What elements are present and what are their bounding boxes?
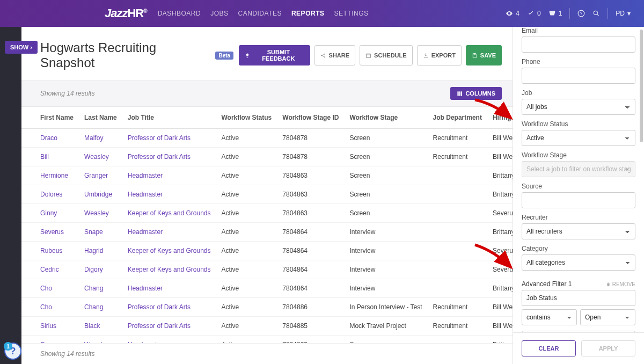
cell-first[interactable]: Severus: [21, 223, 79, 242]
show-tab[interactable]: SHOW›: [5, 41, 38, 54]
link-last[interactable]: Weasley: [84, 209, 109, 217]
inbox-indicator[interactable]: 1: [548, 10, 562, 17]
link-last[interactable]: Granger: [84, 172, 108, 179]
cell-job[interactable]: Keeper of Keys and Grounds: [122, 204, 216, 223]
nav-link-dashboard[interactable]: DASHBOARD: [158, 10, 201, 17]
link-last[interactable]: Umbridge: [84, 191, 112, 198]
help-link[interactable]: ?: [577, 10, 585, 17]
cell-first[interactable]: Cedric: [21, 260, 79, 279]
phone-input[interactable]: [522, 68, 635, 84]
column-header[interactable]: Workflow Stage: [344, 107, 427, 129]
link-job[interactable]: Headmaster: [128, 191, 163, 198]
cell-job[interactable]: Professor of Dark Arts: [122, 298, 216, 317]
brand-logo[interactable]: JazzHR®: [105, 6, 147, 20]
cell-job[interactable]: Headmaster: [122, 336, 216, 344]
link-first[interactable]: Hermione: [40, 172, 68, 179]
advanced-filter-field[interactable]: [522, 290, 635, 306]
cell-first[interactable]: Cho: [21, 279, 79, 298]
schedule-button[interactable]: SCHEDULE: [360, 45, 413, 65]
column-header[interactable]: Job Department: [428, 107, 487, 129]
nav-link-candidates[interactable]: CANDIDATES: [238, 10, 282, 17]
cell-job[interactable]: Headmaster: [122, 166, 216, 185]
cell-job[interactable]: Professor of Dark Arts: [122, 129, 216, 148]
workflow-stage-select[interactable]: Select a job to filter on workflow stage: [522, 161, 635, 177]
cell-first[interactable]: Draco: [21, 129, 79, 148]
nav-link-reports[interactable]: REPORTS: [291, 10, 325, 17]
cell-job[interactable]: Keeper of Keys and Grounds: [122, 242, 216, 260]
column-header[interactable]: Last Name: [79, 107, 122, 129]
link-job[interactable]: Headmaster: [128, 172, 163, 179]
submit-feedback-button[interactable]: SUBMIT FEEDBACK: [239, 45, 310, 65]
advanced-filter-value[interactable]: Open: [580, 309, 635, 325]
cell-last[interactable]: Chang: [79, 279, 122, 298]
remove-advanced-filter[interactable]: REMOVE: [606, 281, 635, 287]
category-select[interactable]: All categories: [522, 254, 635, 271]
link-job[interactable]: Keeper of Keys and Grounds: [128, 266, 211, 273]
link-job[interactable]: Keeper of Keys and Grounds: [128, 209, 211, 217]
cell-job[interactable]: Professor of Dark Arts: [122, 148, 216, 166]
nav-link-jobs[interactable]: JOBS: [210, 10, 228, 17]
export-button[interactable]: EXPORT: [417, 45, 462, 65]
link-first[interactable]: Draco: [40, 134, 57, 142]
tasks-indicator[interactable]: 0: [527, 10, 541, 17]
link-first[interactable]: Ginny: [40, 209, 57, 217]
link-last[interactable]: Digory: [84, 266, 103, 273]
apply-button[interactable]: APPLY: [581, 340, 635, 356]
link-last[interactable]: Weasley: [84, 153, 109, 161]
column-header[interactable]: First Name: [21, 107, 79, 129]
link-first[interactable]: Dolores: [40, 191, 62, 198]
link-last[interactable]: Chang: [84, 303, 103, 311]
link-first[interactable]: Bill: [40, 153, 49, 161]
link-job[interactable]: Headmaster: [128, 285, 163, 292]
link-job[interactable]: Professor of Dark Arts: [128, 303, 191, 311]
column-header[interactable]: Job Title: [122, 107, 216, 129]
cell-job[interactable]: Headmaster: [122, 223, 216, 242]
workflow-status-select[interactable]: Active: [522, 130, 635, 146]
scrollbar[interactable]: [640, 30, 643, 142]
cell-first[interactable]: Ron: [21, 336, 79, 344]
cell-job[interactable]: Professor of Dark Arts: [122, 317, 216, 336]
cell-first[interactable]: Sirius: [21, 317, 79, 336]
link-first[interactable]: Cho: [40, 285, 52, 292]
cell-first[interactable]: Cho: [21, 298, 79, 317]
source-input[interactable]: [522, 192, 635, 208]
cell-last[interactable]: Umbridge: [79, 185, 122, 204]
link-last[interactable]: Malfoy: [84, 134, 103, 142]
cell-first[interactable]: Rubeus: [21, 242, 79, 260]
column-header[interactable]: Workflow Stage ID: [277, 107, 344, 129]
link-last[interactable]: Snape: [84, 228, 103, 236]
cell-last[interactable]: Snape: [79, 223, 122, 242]
link-first[interactable]: Cedric: [40, 266, 59, 273]
cell-last[interactable]: Granger: [79, 166, 122, 185]
link-job[interactable]: Headmaster: [128, 228, 163, 236]
cell-last[interactable]: Weasley: [79, 204, 122, 223]
cell-job[interactable]: Headmaster: [122, 279, 216, 298]
nav-link-settings[interactable]: SETTINGS: [334, 10, 368, 17]
link-last[interactable]: Chang: [84, 285, 103, 292]
recruiter-select[interactable]: All recruiters: [522, 223, 635, 239]
job-select[interactable]: All jobs: [522, 99, 635, 115]
cell-first[interactable]: Dolores: [21, 185, 79, 204]
table-wrap[interactable]: First NameLast NameJob TitleWorkflow Sta…: [21, 107, 513, 343]
cell-first[interactable]: Ginny: [21, 204, 79, 223]
link-first[interactable]: Sirius: [40, 322, 56, 330]
cell-last[interactable]: Chang: [79, 298, 122, 317]
save-button[interactable]: SAVE: [466, 45, 502, 65]
link-last[interactable]: Black: [84, 322, 100, 330]
filter-scroll[interactable]: Email Phone JobAll jobs Workflow StatusA…: [513, 27, 644, 332]
clear-button[interactable]: CLEAR: [522, 340, 576, 356]
link-first[interactable]: Cho: [40, 303, 52, 311]
cell-last[interactable]: Weasley: [79, 336, 122, 344]
advanced-filter-operator[interactable]: contains: [522, 309, 577, 325]
cell-last[interactable]: Hagrid: [79, 242, 122, 260]
email-input[interactable]: [522, 37, 635, 53]
user-menu[interactable]: PD ▾: [616, 10, 631, 17]
link-job[interactable]: Professor of Dark Arts: [128, 134, 191, 142]
cell-last[interactable]: Malfoy: [79, 129, 122, 148]
cell-last[interactable]: Black: [79, 317, 122, 336]
link-job[interactable]: Professor of Dark Arts: [128, 322, 191, 330]
help-bubble[interactable]: ?1: [4, 343, 21, 360]
column-header[interactable]: Workflow Status: [216, 107, 277, 129]
link-first[interactable]: Rubeus: [40, 247, 62, 254]
cell-first[interactable]: Hermione: [21, 166, 79, 185]
